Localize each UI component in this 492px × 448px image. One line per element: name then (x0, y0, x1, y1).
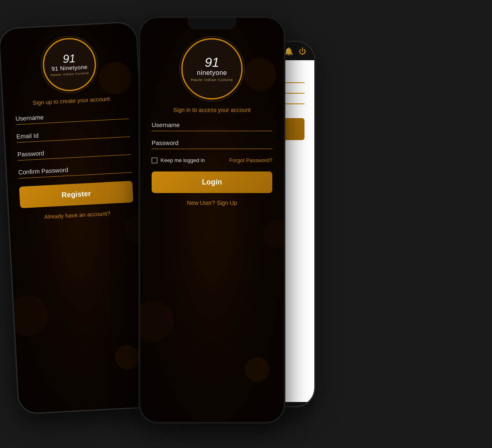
forgot-password-link[interactable]: Forgot Password? (229, 157, 273, 163)
signin-subtitle: Sign in to access your account (173, 107, 251, 113)
keep-logged-in-checkbox[interactable] (152, 158, 157, 163)
login-password-field-group: Password (152, 139, 272, 149)
login-phone: 91 ninetyone Haute Indian Cuisine Sign i… (139, 16, 285, 424)
login-username-label: Username (152, 121, 272, 128)
top-icons: 🔔 ⏻ (284, 47, 306, 56)
already-account-text: Already have an account? (44, 210, 110, 220)
signup-link[interactable]: Sign Up (217, 200, 237, 206)
confirm-password-field-group: Confirm Password (18, 163, 132, 179)
keep-logged-in-label: Keep me logged in (161, 157, 205, 163)
login-password-underline (152, 149, 272, 149)
confirm-password-label: Confirm Password (18, 163, 132, 176)
username-label: Username (15, 109, 129, 122)
login-app-logo: 91 ninetyone Haute Indian Cuisine (181, 38, 243, 99)
login-username-underline (152, 131, 272, 131)
login-password-label: Password (152, 139, 272, 146)
register-phone: 91 91 Ninetyone Haute Indian Cuisine Sig… (0, 21, 157, 415)
login-username-field-group: Username (152, 121, 272, 131)
username-field-group: Username (15, 109, 129, 125)
password-label: Password (17, 145, 131, 158)
register-button[interactable]: Register (19, 181, 133, 208)
power-icon: ⏻ (299, 47, 306, 56)
signup-subtitle: Sign up to create your account (33, 95, 110, 106)
app-logo: 91 91 Ninetyone Haute Indian Cuisine (42, 37, 97, 92)
login-button[interactable]: Login (152, 171, 272, 193)
phone-notch (188, 18, 236, 29)
email-label: Email Id (16, 127, 130, 140)
options-row: Keep me logged in Forgot Password? (152, 157, 272, 163)
password-field-group: Password (17, 145, 131, 161)
new-user-text: New User? Sign Up (187, 200, 237, 206)
email-field-group: Email Id (16, 127, 130, 143)
